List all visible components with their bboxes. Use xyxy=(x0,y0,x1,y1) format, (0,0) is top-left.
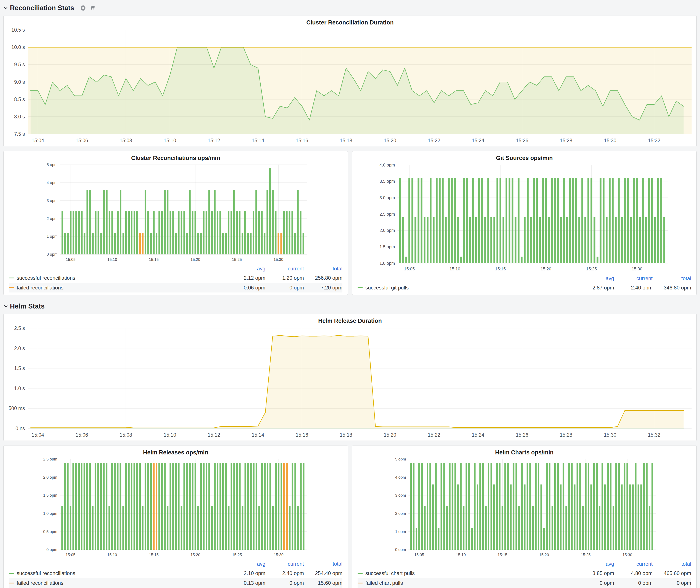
svg-text:9.5 s: 9.5 s xyxy=(14,62,25,67)
legend-value: 3.85 opm xyxy=(576,570,614,576)
legend-value: 256.80 opm xyxy=(304,275,342,281)
legend-column-avg[interactable]: avg xyxy=(227,266,265,272)
legend-header: avgcurrenttotal xyxy=(358,560,691,568)
legend-column-total[interactable]: total xyxy=(304,266,342,272)
chevron-down-icon xyxy=(3,304,8,309)
chevron-down-icon xyxy=(3,6,8,10)
series-color-swatch xyxy=(9,573,14,574)
git-sources-opm-chart[interactable]: 1.0 opm1.5 opm2.0 opm2.5 opm3.0 opm3.5 o… xyxy=(352,162,696,274)
legend-value: 15.60 opm xyxy=(304,580,342,586)
legend-column-avg[interactable]: avg xyxy=(227,561,265,567)
svg-text:15:30: 15:30 xyxy=(623,553,632,557)
helm-charts-opm-chart[interactable]: 0 opm1 opm2 opm3 opm4 opm5 opm15:0515:10… xyxy=(352,456,696,559)
panel-title[interactable]: Git Sources ops/min xyxy=(352,151,696,162)
legend-column-total[interactable]: total xyxy=(653,561,691,567)
svg-text:15:30: 15:30 xyxy=(604,432,616,438)
svg-text:1.5 opm: 1.5 opm xyxy=(379,244,395,249)
svg-text:15:15: 15:15 xyxy=(498,553,507,557)
legend-header: avgcurrenttotal xyxy=(9,560,342,568)
svg-text:15:26: 15:26 xyxy=(516,432,528,438)
row-title[interactable]: Reconciliation Stats xyxy=(10,4,74,12)
svg-text:15:24: 15:24 xyxy=(472,432,484,438)
series-label[interactable]: successful chart pulls xyxy=(365,570,415,576)
legend-value: 0 opm xyxy=(576,580,614,586)
svg-text:15:06: 15:06 xyxy=(76,432,88,438)
svg-text:15:05: 15:05 xyxy=(404,267,415,271)
svg-text:1.5 s: 1.5 s xyxy=(14,365,25,371)
svg-text:15:10: 15:10 xyxy=(107,257,117,262)
row-settings-button[interactable] xyxy=(80,5,86,11)
svg-text:500 ms: 500 ms xyxy=(9,405,25,411)
legend-column-total[interactable]: total xyxy=(304,561,342,567)
svg-text:0 opm: 0 opm xyxy=(47,252,58,257)
series-label[interactable]: failed reconciliations xyxy=(17,580,63,586)
panel-title[interactable]: Cluster Reconciliation Duration xyxy=(4,16,696,26)
cluster-reconciliations-opm-chart[interactable]: 0 opm1 opm2 opm3 opm4 opm5 opm15:0515:10… xyxy=(4,162,348,264)
legend-row: successful git pulls2.87 opm2.40 opm346.… xyxy=(358,283,691,292)
svg-text:15:32: 15:32 xyxy=(648,138,660,143)
legend-value: 2.10 opm xyxy=(227,570,265,576)
panel-title[interactable]: Helm Release Duration xyxy=(4,314,696,325)
series-color-swatch xyxy=(358,573,363,574)
svg-text:15:20: 15:20 xyxy=(540,267,551,271)
svg-text:15:30: 15:30 xyxy=(632,267,642,271)
legend-column-avg[interactable]: avg xyxy=(576,275,614,281)
row-header-helm-stats[interactable]: Helm Stats xyxy=(3,300,697,312)
svg-text:2.5 opm: 2.5 opm xyxy=(379,212,395,216)
panel-cluster-reconciliations-opm: Cluster Reconciliations ops/min 0 opm1 o… xyxy=(3,151,348,295)
series-label[interactable]: failed chart pulls xyxy=(365,580,403,586)
svg-text:15:25: 15:25 xyxy=(232,553,242,557)
panel-title[interactable]: Cluster Reconciliations ops/min xyxy=(4,151,348,162)
svg-text:15:18: 15:18 xyxy=(340,138,352,143)
svg-text:15:28: 15:28 xyxy=(560,138,573,143)
legend-column-total[interactable]: total xyxy=(653,275,691,281)
helm-releases-opm-chart[interactable]: 0 opm0.5 opm1.0 opm1.5 opm2.0 opm2.5 opm… xyxy=(4,456,348,559)
gear-icon xyxy=(80,5,86,11)
legend-header: avgcurrenttotal xyxy=(358,274,691,283)
panel-title[interactable]: Helm Releases ops/min xyxy=(4,446,348,456)
svg-text:2.5 s: 2.5 s xyxy=(14,325,25,331)
series-label[interactable]: successful git pulls xyxy=(365,285,409,291)
svg-text:15:22: 15:22 xyxy=(428,138,440,143)
series-label[interactable]: successful reconciliations xyxy=(17,275,75,281)
svg-text:2.0 s: 2.0 s xyxy=(14,346,25,351)
legend: avgcurrenttotalsuccessful reconciliation… xyxy=(4,559,348,588)
series-label[interactable]: failed reconciliations xyxy=(17,285,63,291)
row-title[interactable]: Helm Stats xyxy=(10,302,45,310)
series-color-swatch xyxy=(9,583,14,583)
cluster-reconciliation-duration-chart[interactable]: 7.5 s8.0 s8.5 s9.0 s9.5 s10.0 s10.5 s15:… xyxy=(4,26,696,146)
svg-text:15:05: 15:05 xyxy=(66,257,76,262)
legend-value: 465.60 opm xyxy=(653,570,691,576)
panel-title[interactable]: Helm Charts ops/min xyxy=(352,446,696,456)
legend-value: 0.06 opm xyxy=(227,285,265,291)
series-label[interactable]: successful reconciliations xyxy=(17,570,75,576)
row-header-reconciliation-stats[interactable]: Reconciliation Stats xyxy=(3,2,697,14)
legend-row: failed reconciliations0.06 opm0 opm7.20 … xyxy=(9,283,342,292)
svg-text:15:08: 15:08 xyxy=(120,138,132,143)
legend: avgcurrenttotalsuccessful git pulls2.87 … xyxy=(352,274,696,295)
legend-row: successful reconciliations2.10 opm2.40 o… xyxy=(9,568,342,578)
svg-text:8.0 s: 8.0 s xyxy=(14,114,25,120)
svg-text:1.5 opm: 1.5 opm xyxy=(43,493,57,498)
svg-text:15:10: 15:10 xyxy=(107,553,117,557)
svg-text:2.0 opm: 2.0 opm xyxy=(43,475,57,480)
svg-text:15:10: 15:10 xyxy=(450,267,460,271)
legend-column-current[interactable]: current xyxy=(614,561,653,567)
legend-column-current[interactable]: current xyxy=(614,275,653,281)
svg-text:2.5 opm: 2.5 opm xyxy=(43,457,57,461)
row-delete-button[interactable] xyxy=(90,5,96,11)
legend-value: 0 opm xyxy=(653,580,691,586)
helm-release-duration-chart[interactable]: 0 ns500 ms1.0 s1.5 s2.0 s2.5 s15:0415:06… xyxy=(4,325,696,441)
svg-text:15:16: 15:16 xyxy=(296,432,308,438)
series-color-swatch xyxy=(358,287,363,288)
legend-row: failed chart pulls0 opm0 opm0 opm xyxy=(358,578,691,588)
legend-column-avg[interactable]: avg xyxy=(576,561,614,567)
svg-text:5 opm: 5 opm xyxy=(47,163,58,167)
legend-value: 7.20 opm xyxy=(304,285,342,291)
svg-text:2.0 opm: 2.0 opm xyxy=(379,228,395,233)
svg-text:15:28: 15:28 xyxy=(560,432,573,438)
legend-column-current[interactable]: current xyxy=(265,266,304,272)
legend-column-current[interactable]: current xyxy=(265,561,304,567)
series-color-swatch xyxy=(358,583,363,583)
svg-text:1.0 opm: 1.0 opm xyxy=(379,261,395,266)
